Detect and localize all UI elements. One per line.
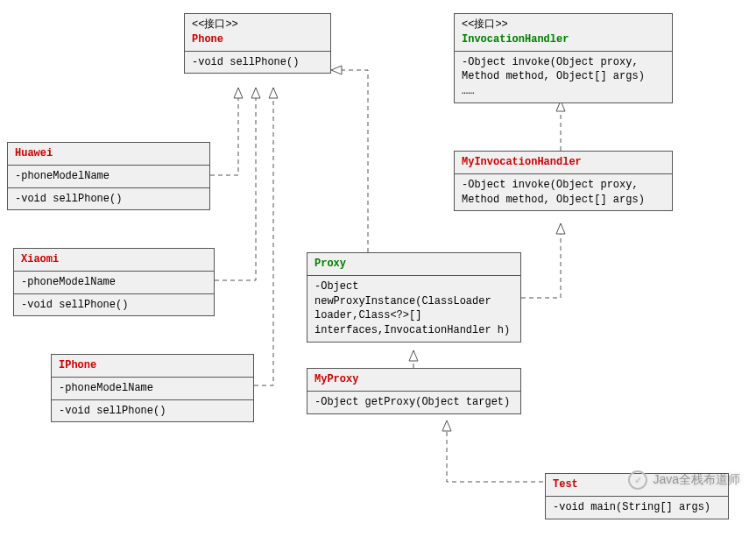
class-header: <<接口>> Phone <box>185 14 330 51</box>
operations: -Object invoke(Object proxy, Method meth… <box>455 173 672 211</box>
operations: -void sellPhone() <box>8 187 209 210</box>
class-header: Test <box>546 474 728 496</box>
class-box-invocation-handler: <<接口>> InvocationHandler -Object invoke(… <box>454 13 673 103</box>
uml-diagram-canvas: <<接口>> Phone -void sellPhone() <<接口>> In… <box>0 0 756 551</box>
class-header: Proxy <box>307 253 520 275</box>
class-header: Xiaomi <box>14 249 214 271</box>
class-name: Huawei <box>15 147 53 159</box>
operations: -Object invoke(Object proxy, Method meth… <box>455 51 672 102</box>
class-box-my-invocation-handler: MyInvocationHandler -Object invoke(Objec… <box>454 151 673 211</box>
class-header: IPhone <box>52 355 253 377</box>
class-name: MyProxy <box>314 373 358 385</box>
class-name: IPhone <box>59 359 96 371</box>
attributes: -phoneModelName <box>14 271 214 293</box>
operations: -void main(String[] args) <box>546 496 728 519</box>
class-header: MyProxy <box>307 369 520 391</box>
class-box-my-proxy: MyProxy -Object getProxy(Object target) <box>307 368 521 414</box>
class-header: <<接口>> InvocationHandler <box>455 14 672 51</box>
attributes: -phoneModelName <box>52 377 253 399</box>
class-box-huawei: Huawei -phoneModelName -void sellPhone() <box>7 142 210 210</box>
class-box-xiaomi: Xiaomi -phoneModelName -void sellPhone() <box>13 248 215 316</box>
attributes: -phoneModelName <box>8 165 209 187</box>
operations: -Object newProxyInstance(ClassLoader loa… <box>307 275 520 342</box>
class-box-iphone: IPhone -phoneModelName -void sellPhone() <box>51 354 254 422</box>
class-name: Proxy <box>314 258 346 270</box>
stereotype-label: <<接口>> <box>192 18 323 32</box>
class-name: InvocationHandler <box>462 33 569 46</box>
class-name: Test <box>553 478 578 491</box>
stereotype-label: <<接口>> <box>462 18 665 32</box>
class-header: Huawei <box>8 143 209 165</box>
class-name: MyInvocationHandler <box>462 156 582 168</box>
operations: -Object getProxy(Object target) <box>307 391 520 413</box>
operations: -void sellPhone() <box>52 399 253 422</box>
operations: -void sellPhone() <box>185 51 330 74</box>
class-box-proxy: Proxy -Object newProxyInstance(ClassLoad… <box>307 252 521 343</box>
class-header: MyInvocationHandler <box>455 152 672 173</box>
class-box-phone: <<接口>> Phone -void sellPhone() <box>184 13 331 74</box>
operations: -void sellPhone() <box>14 293 214 316</box>
class-box-test: Test -void main(String[] args) <box>545 473 729 519</box>
class-name: Xiaomi <box>21 253 59 265</box>
class-name: Phone <box>192 33 223 46</box>
